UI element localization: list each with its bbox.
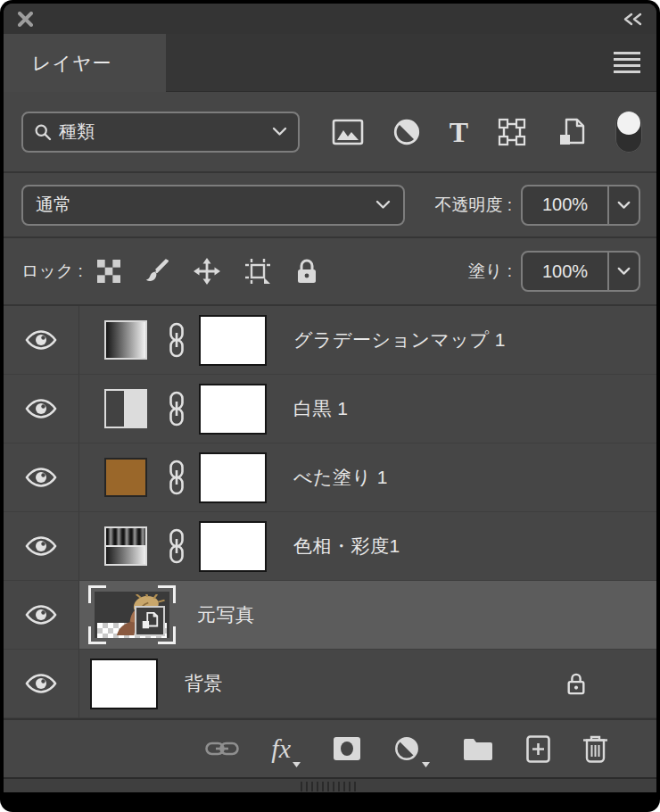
mask-link-icon[interactable] — [167, 322, 186, 358]
new-group-folder-icon[interactable] — [462, 736, 494, 761]
fill-value[interactable]: 100% — [523, 261, 607, 282]
adjustment-thumbnail[interactable] — [104, 320, 147, 360]
add-layer-mask-icon[interactable] — [333, 736, 361, 761]
filter-row: 種類 T — [4, 92, 656, 173]
visibility-toggle[interactable] — [4, 375, 79, 443]
smart-object-thumbnail[interactable] — [88, 585, 176, 644]
panel-tabbar: レイヤー — [4, 34, 656, 92]
shape-layer-filter-icon[interactable] — [496, 116, 528, 148]
lock-position-icon[interactable] — [194, 258, 220, 285]
collapse-panel-icon[interactable] — [623, 12, 642, 26]
eye-icon — [25, 329, 57, 351]
eye-icon — [25, 604, 57, 626]
visibility-toggle[interactable] — [4, 581, 79, 649]
close-icon[interactable] — [18, 12, 33, 27]
layer-mask-thumbnail[interactable] — [199, 521, 267, 572]
eye-icon — [25, 673, 57, 694]
layer-row-hue-saturation[interactable]: 色相・彩度1 — [4, 512, 656, 581]
panel-menu-icon[interactable] — [614, 52, 640, 73]
visibility-toggle[interactable] — [4, 306, 79, 374]
filter-kind-select[interactable]: 種類 — [21, 112, 300, 153]
layer-row-black-white[interactable]: 白黒 1 — [4, 375, 656, 443]
tab-layers-label: レイヤー — [32, 51, 111, 76]
mask-link-icon[interactable] — [167, 460, 186, 495]
resize-grip-icon[interactable] — [301, 782, 359, 791]
fill-color-thumbnail[interactable] — [104, 458, 147, 497]
layer-row-background[interactable]: 背景 — [4, 650, 656, 718]
fill-field[interactable]: 100% — [521, 251, 640, 292]
mask-link-icon[interactable] — [167, 528, 186, 564]
eye-icon — [25, 535, 57, 557]
lock-artboard-icon[interactable] — [244, 258, 271, 285]
pixel-layer-filter-icon[interactable] — [332, 119, 364, 145]
opacity-dropdown-button[interactable] — [607, 186, 639, 224]
layer-name[interactable]: 背景 — [185, 671, 223, 696]
layer-style-icon[interactable]: fx — [271, 735, 301, 762]
lock-label: ロック : — [21, 260, 83, 283]
chevron-down-icon — [617, 201, 631, 210]
visibility-toggle[interactable] — [4, 512, 79, 580]
search-icon — [34, 123, 52, 141]
panel-resize-strip[interactable] — [4, 777, 656, 792]
layer-name[interactable]: 色相・彩度1 — [293, 534, 400, 559]
adjustment-thumbnail[interactable] — [104, 526, 147, 566]
lock-image-brush-icon[interactable] — [144, 259, 169, 284]
layer-mask-thumbnail[interactable] — [199, 452, 267, 503]
delete-layer-trash-icon[interactable] — [582, 735, 608, 763]
caret-down-icon — [422, 762, 430, 767]
layer-row-gradient-map[interactable]: グラデーションマップ 1 — [4, 306, 656, 375]
layers-list: グラデーションマップ 1 白黒 1 — [4, 306, 656, 718]
layers-panel: レイヤー 種類 T — [0, 0, 660, 812]
eye-icon — [25, 467, 57, 488]
adjustment-thumbnail[interactable] — [104, 389, 147, 428]
opacity-field[interactable]: 100% — [521, 185, 640, 226]
layer-name[interactable]: 白黒 1 — [293, 396, 349, 421]
layer-thumbnail[interactable] — [90, 659, 158, 709]
filter-kind-icons: T — [332, 111, 642, 153]
filter-toggle-switch[interactable] — [615, 111, 642, 153]
chevron-down-icon — [272, 127, 287, 137]
lock-row: ロック : 塗り : 100% — [4, 238, 656, 306]
caret-down-icon — [293, 762, 301, 767]
layer-row-solid-color[interactable]: べた塗り 1 — [4, 443, 656, 512]
lock-all-icon[interactable] — [295, 258, 318, 285]
layer-name[interactable]: べた塗り 1 — [293, 465, 388, 490]
blend-mode-value: 通常 — [36, 193, 71, 217]
link-layers-icon[interactable] — [205, 739, 239, 758]
smart-object-badge-icon — [135, 623, 165, 636]
blend-mode-select[interactable]: 通常 — [21, 185, 405, 226]
layer-name[interactable]: グラデーションマップ 1 — [293, 327, 506, 352]
layers-toolbar: fx — [4, 718, 656, 777]
filter-kind-label: 種類 — [59, 120, 95, 144]
type-layer-filter-icon[interactable]: T — [450, 118, 468, 146]
blend-row: 通常 不透明度 : 100% — [4, 173, 656, 238]
layer-name[interactable]: 元写真 — [197, 602, 255, 627]
fill-label: 塗り : — [468, 260, 512, 283]
lock-icons — [97, 258, 318, 285]
mask-link-icon[interactable] — [167, 391, 186, 427]
chevron-down-icon — [617, 267, 631, 276]
smart-object-filter-icon[interactable] — [556, 116, 588, 148]
new-layer-icon[interactable] — [526, 735, 550, 763]
fill-dropdown-button[interactable] — [607, 253, 639, 290]
chevron-down-icon — [375, 200, 391, 210]
visibility-toggle[interactable] — [4, 443, 79, 511]
new-adjustment-layer-icon[interactable] — [393, 735, 430, 762]
tab-layers[interactable]: レイヤー — [4, 34, 166, 92]
layer-mask-thumbnail[interactable] — [199, 315, 267, 366]
adjustment-layer-filter-icon[interactable] — [392, 117, 422, 147]
layer-row-original-photo[interactable]: 元写真 — [4, 581, 656, 650]
lock-transparency-icon[interactable] — [97, 260, 120, 283]
toggle-knob — [617, 112, 640, 135]
eye-icon — [25, 398, 57, 419]
layer-mask-thumbnail[interactable] — [199, 384, 267, 435]
panel-titlebar — [4, 4, 656, 34]
opacity-value[interactable]: 100% — [523, 195, 607, 215]
visibility-toggle[interactable] — [4, 650, 79, 717]
background-lock-icon[interactable] — [565, 671, 587, 696]
opacity-label: 不透明度 : — [434, 194, 512, 217]
